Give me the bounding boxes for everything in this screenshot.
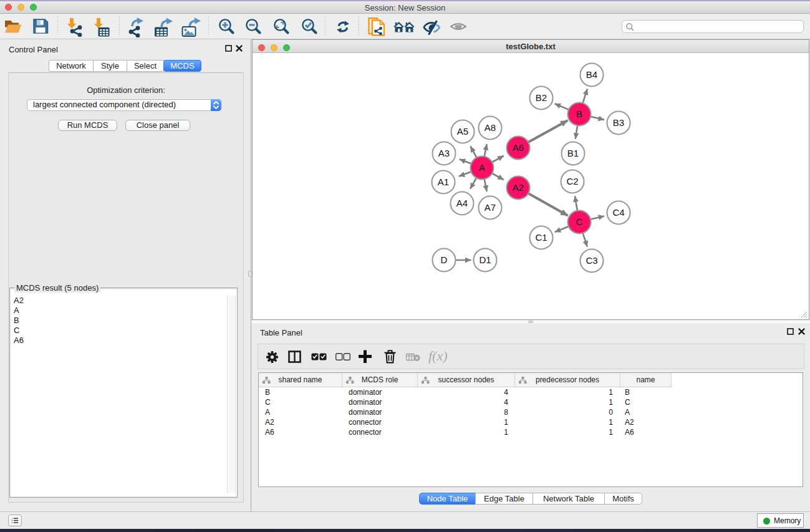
svg-text:D: D xyxy=(441,254,448,265)
svg-text:B3: B3 xyxy=(613,117,624,128)
svg-text:C3: C3 xyxy=(586,255,597,266)
svg-text:B4: B4 xyxy=(586,69,597,80)
svg-text:C2: C2 xyxy=(566,176,578,186)
svg-text:D1: D1 xyxy=(479,254,491,265)
svg-text:A: A xyxy=(479,162,485,173)
svg-text:A6: A6 xyxy=(513,142,524,153)
svg-text:A7: A7 xyxy=(485,202,496,213)
svg-text:A3: A3 xyxy=(438,148,450,158)
svg-text:A1: A1 xyxy=(438,177,449,187)
svg-text:C: C xyxy=(576,216,583,227)
svg-text:B: B xyxy=(576,109,582,119)
svg-text:A8: A8 xyxy=(485,122,496,133)
svg-text:A2: A2 xyxy=(513,182,524,193)
svg-text:A5: A5 xyxy=(457,126,468,137)
svg-text:C4: C4 xyxy=(612,207,624,218)
svg-text:B2: B2 xyxy=(536,92,547,103)
svg-text:A4: A4 xyxy=(456,198,468,208)
svg-text:C1: C1 xyxy=(535,232,547,243)
svg-text:B1: B1 xyxy=(567,148,579,158)
